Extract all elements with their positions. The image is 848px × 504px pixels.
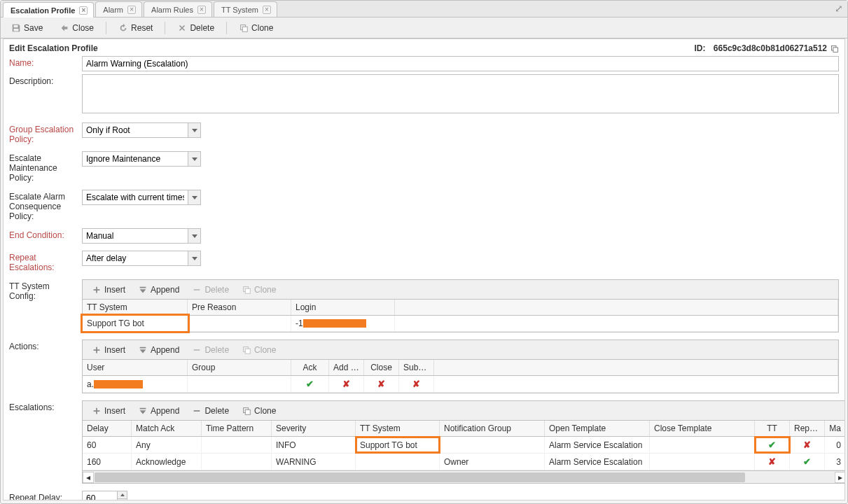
- cell-subs[interactable]: ✘: [399, 376, 434, 392]
- cell-close-template[interactable]: [650, 454, 755, 470]
- cell-login[interactable]: -1: [291, 316, 395, 331]
- cell-open-template[interactable]: Alarm Service Escalation: [545, 437, 650, 453]
- name-input[interactable]: [82, 56, 839, 71]
- insert-button[interactable]: Insert: [87, 283, 130, 297]
- col-login[interactable]: Login: [291, 300, 395, 315]
- delete-button[interactable]: Delete: [171, 20, 221, 36]
- grid-clone-button[interactable]: Clone: [237, 404, 281, 418]
- table-row[interactable]: 160 Acknowledge WARNING Owner Alarm Serv…: [83, 454, 845, 470]
- expand-icon[interactable]: ⤢: [835, 3, 843, 14]
- spin-down-button[interactable]: [118, 499, 127, 501]
- spin-up-button[interactable]: [118, 491, 127, 499]
- cell-severity[interactable]: INFO: [272, 437, 356, 453]
- horizontal-scrollbar[interactable]: ◂ ▸: [83, 470, 845, 483]
- repeat-delay-input[interactable]: [83, 491, 117, 500]
- cell-tt-system[interactable]: Support TG bot: [356, 437, 440, 453]
- grid-delete-button[interactable]: Delete: [187, 343, 234, 357]
- cell-tt-system[interactable]: Support TG bot: [83, 316, 188, 331]
- cell-ack[interactable]: ✔: [291, 376, 329, 392]
- close-icon[interactable]: ×: [79, 6, 88, 15]
- scroll-thumb[interactable]: [95, 472, 745, 482]
- repeat-escalations-input[interactable]: [83, 251, 188, 265]
- close-icon[interactable]: ×: [263, 6, 271, 14]
- append-button[interactable]: Append: [133, 283, 184, 297]
- col-match-ack[interactable]: Match Ack: [132, 421, 202, 436]
- col-repeat[interactable]: Repeat: [790, 421, 825, 436]
- cell-pre-reason[interactable]: [188, 316, 291, 331]
- col-subs[interactable]: Subs...: [399, 360, 434, 375]
- scroll-right-button[interactable]: ▸: [835, 472, 845, 483]
- col-group[interactable]: Group: [188, 360, 291, 375]
- cell-close[interactable]: ✘: [364, 376, 399, 392]
- cell-match-ack[interactable]: Acknowledge: [132, 454, 202, 470]
- col-ma[interactable]: Ma: [825, 421, 845, 436]
- col-time-pattern[interactable]: Time Pattern: [202, 421, 272, 436]
- end-condition-input[interactable]: [83, 229, 188, 243]
- conseq-policy-combo[interactable]: [82, 190, 201, 205]
- grid-clone-button[interactable]: Clone: [237, 283, 281, 297]
- chevron-down-icon[interactable]: [188, 123, 200, 137]
- scroll-track[interactable]: [95, 472, 834, 482]
- close-icon[interactable]: ×: [127, 6, 136, 14]
- cell-tt-system[interactable]: [356, 454, 440, 470]
- cell-repeat[interactable]: ✘: [790, 437, 825, 453]
- copy-icon[interactable]: [830, 44, 839, 53]
- col-tt-system[interactable]: TT System: [356, 421, 440, 436]
- cell-time-pattern[interactable]: [202, 437, 272, 453]
- conseq-policy-input[interactable]: [83, 190, 188, 204]
- cell-delay[interactable]: 60: [83, 437, 132, 453]
- cell-add-log[interactable]: ✘: [329, 376, 364, 392]
- cell-open-template[interactable]: Alarm Service Escalation: [545, 454, 650, 470]
- cell-severity[interactable]: WARNING: [272, 454, 356, 470]
- cell-group[interactable]: [188, 376, 291, 392]
- scroll-left-button[interactable]: ◂: [83, 472, 94, 483]
- col-ack[interactable]: Ack: [291, 360, 329, 375]
- col-open-template[interactable]: Open Template: [545, 421, 650, 436]
- table-row[interactable]: 60 Any INFO Support TG bot Alarm Service…: [83, 437, 845, 454]
- grid-clone-button[interactable]: Clone: [237, 343, 281, 357]
- cell-ma[interactable]: 3: [825, 454, 845, 470]
- chevron-down-icon[interactable]: [188, 251, 200, 265]
- col-user[interactable]: User: [83, 360, 188, 375]
- cell-tt[interactable]: ✘: [755, 454, 790, 470]
- description-input[interactable]: [82, 74, 839, 113]
- save-button[interactable]: Save: [5, 20, 49, 36]
- col-notification-group[interactable]: Notification Group: [440, 421, 545, 436]
- table-row[interactable]: Support TG bot -1: [83, 316, 838, 332]
- group-policy-input[interactable]: [83, 123, 188, 137]
- col-tt-system[interactable]: TT System: [83, 300, 188, 315]
- insert-button[interactable]: Insert: [87, 404, 130, 418]
- chevron-down-icon[interactable]: [188, 190, 200, 204]
- col-tt[interactable]: TT: [755, 421, 790, 436]
- cell-time-pattern[interactable]: [202, 454, 272, 470]
- cell-delay[interactable]: 160: [83, 454, 132, 470]
- append-button[interactable]: Append: [133, 404, 184, 418]
- tab-escalation-profile[interactable]: Escalation Profile ×: [3, 2, 94, 18]
- cell-close-template[interactable]: [650, 437, 755, 453]
- cell-tt[interactable]: ✔: [755, 437, 790, 453]
- table-row[interactable]: a. ✔ ✘ ✘ ✘: [83, 376, 838, 393]
- repeat-delay-spinner[interactable]: [82, 491, 127, 500]
- col-pre-reason[interactable]: Pre Reason: [188, 300, 291, 315]
- col-severity[interactable]: Severity: [272, 421, 356, 436]
- tab-alarm-rules[interactable]: Alarm Rules ×: [144, 1, 212, 17]
- end-condition-combo[interactable]: [82, 228, 201, 244]
- cell-ma[interactable]: 0: [825, 437, 845, 453]
- close-button[interactable]: Close: [53, 20, 100, 36]
- group-policy-combo[interactable]: [82, 122, 201, 138]
- col-close-template[interactable]: Close Template: [650, 421, 755, 436]
- chevron-down-icon[interactable]: [188, 229, 200, 243]
- append-button[interactable]: Append: [133, 343, 184, 357]
- grid-delete-button[interactable]: Delete: [187, 404, 234, 418]
- close-icon[interactable]: ×: [197, 6, 206, 14]
- tab-tt-system[interactable]: TT System ×: [214, 1, 277, 17]
- col-add-log[interactable]: Add log: [329, 360, 364, 375]
- tab-alarm[interactable]: Alarm ×: [95, 1, 142, 17]
- insert-button[interactable]: Insert: [87, 343, 130, 357]
- col-delay[interactable]: Delay: [83, 421, 132, 436]
- chevron-down-icon[interactable]: [188, 152, 200, 166]
- clone-button[interactable]: Clone: [232, 20, 279, 36]
- cell-repeat[interactable]: ✔: [790, 454, 825, 470]
- cell-match-ack[interactable]: Any: [132, 437, 202, 453]
- cell-notification-group[interactable]: [440, 437, 545, 453]
